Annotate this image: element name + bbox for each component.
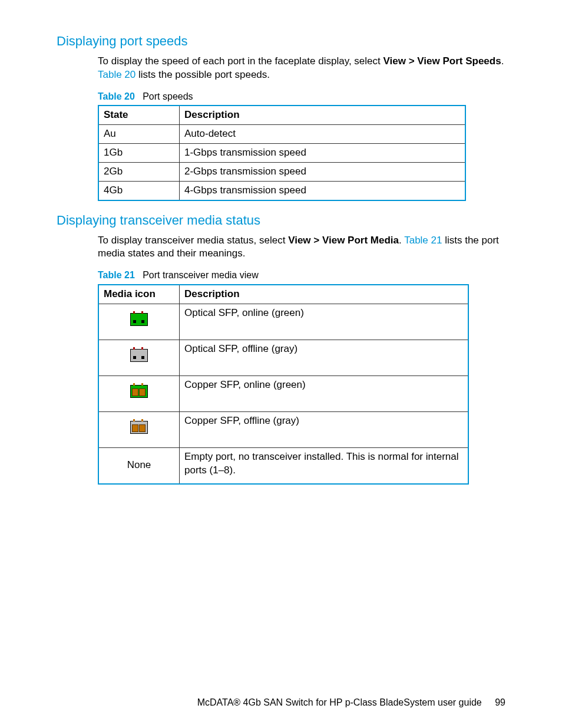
table-cell: Copper SFP, offline (gray) — [180, 411, 469, 447]
table-media-view: Media icon Description Optical SFP, onli… — [98, 284, 469, 485]
table-row: 1Gb 1-Gbps transmission speed — [98, 144, 465, 163]
table-row: Optical SFP, offline (gray) — [98, 340, 468, 375]
document-page: Displaying port speeds To display the sp… — [0, 0, 562, 728]
table-cell: 2-Gbps transmission speed — [180, 162, 466, 181]
text-fragment: To display the speed of each port in the… — [98, 55, 383, 67]
media-icon-cell — [98, 375, 180, 411]
page-number: 99 — [495, 697, 505, 707]
table-cell: 4Gb — [98, 181, 180, 200]
table-cell: 1-Gbps transmission speed — [180, 144, 466, 163]
text-fragment: . — [501, 55, 504, 67]
menu-path: View > View Port Speeds — [383, 55, 501, 67]
table-cell: Copper SFP, online (green) — [180, 375, 469, 411]
table-header: Description — [180, 106, 466, 124]
text-fragment: lists the possible port speeds. — [135, 69, 270, 80]
table-header: Description — [180, 285, 469, 304]
media-icon-cell: None — [98, 447, 180, 484]
table-row: Optical SFP, online (green) — [98, 304, 468, 340]
table-cell: 4-Gbps transmission speed — [180, 181, 466, 200]
table-caption-20: Table 20 Port speeds — [98, 90, 505, 103]
optical-sfp-offline-icon — [130, 349, 148, 362]
text-fragment: To display transceiver media status, sel… — [98, 235, 288, 246]
media-icon-cell — [98, 340, 180, 375]
text-fragment: . — [399, 235, 404, 246]
table-name: Port speeds — [143, 91, 193, 101]
table-cell: Optical SFP, offline (gray) — [180, 340, 469, 375]
footer-title: McDATA® 4Gb SAN Switch for HP p-Class Bl… — [197, 697, 482, 707]
table-name: Port transceiver media view — [143, 270, 259, 280]
table-cell: Optical SFP, online (green) — [180, 304, 469, 340]
table-row: Au Auto-detect — [98, 125, 465, 144]
table-cell: Auto-detect — [180, 125, 466, 144]
table-cell: Au — [98, 125, 180, 144]
table-port-speeds: State Description Au Auto-detect 1Gb 1-G… — [98, 105, 466, 201]
media-icon-cell — [98, 304, 180, 340]
table-cell: Empty port, no transceiver installed. Th… — [180, 447, 469, 484]
table-cell: 1Gb — [98, 144, 180, 163]
table-row: 4Gb 4-Gbps transmission speed — [98, 181, 465, 200]
table-row: 2Gb 2-Gbps transmission speed — [98, 162, 465, 181]
table-row: Copper SFP, offline (gray) — [98, 411, 468, 447]
table-header: State — [98, 106, 180, 124]
table-caption-21: Table 21 Port transceiver media view — [98, 269, 505, 282]
table-ref-link[interactable]: Table 20 — [98, 69, 135, 80]
section-heading-port-speeds: Displaying port speeds — [57, 32, 505, 50]
copper-sfp-offline-icon — [130, 421, 148, 434]
menu-path: View > View Port Media — [288, 235, 399, 246]
table-label: Table 20 — [98, 91, 135, 101]
copper-sfp-online-icon — [130, 385, 148, 398]
table-header: Media icon — [98, 285, 180, 304]
section-heading-media-status: Displaying transceiver media status — [57, 212, 505, 229]
table-label: Table 21 — [98, 270, 135, 280]
paragraph-media-status: To display transceiver media status, sel… — [98, 234, 505, 261]
paragraph-port-speeds: To display the speed of each port in the… — [98, 55, 505, 82]
table-row: Copper SFP, online (green) — [98, 375, 468, 411]
optical-sfp-online-icon — [130, 313, 148, 326]
table-cell: 2Gb — [98, 162, 180, 181]
table-ref-link[interactable]: Table 21 — [404, 235, 442, 246]
table-row: None Empty port, no transceiver installe… — [98, 447, 468, 484]
page-footer: McDATA® 4Gb SAN Switch for HP p-Class Bl… — [197, 696, 505, 709]
media-icon-cell — [98, 411, 180, 447]
